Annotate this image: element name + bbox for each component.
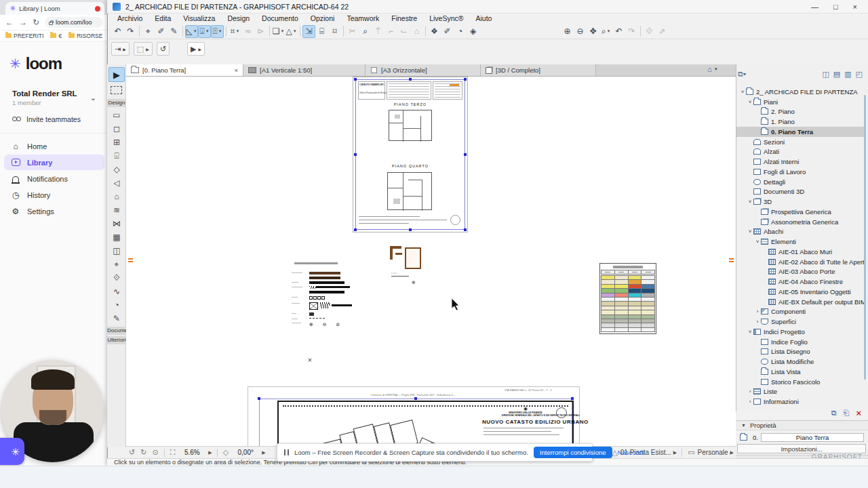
hide-banner-link[interactable]: Nascondi	[618, 449, 645, 456]
tree-item[interactable]: Storico Fascicolo	[736, 377, 864, 387]
tree-item[interactable]: ˅2_ ARCHICAD FILE DI PARTENZA	[736, 87, 864, 97]
tree-item[interactable]: ˅Indici Progetto	[736, 327, 864, 337]
view-tab-3[interactable]: [3D / Completo]	[481, 64, 596, 76]
menu-documento[interactable]: Documento	[256, 14, 304, 24]
bookmark-item[interactable]: PREFERITI	[5, 33, 43, 39]
menu-teamwork[interactable]: Teamwork	[341, 14, 384, 24]
design-tool-icon[interactable]: ⌻	[114, 149, 119, 163]
toolbar-icon[interactable]: ◔	[454, 25, 467, 38]
tree-item[interactable]: Dettagli	[736, 177, 864, 187]
forward-icon[interactable]: →	[19, 18, 27, 27]
tree-expander-icon[interactable]: ˅	[739, 89, 746, 95]
tree-item[interactable]: ›Liste	[736, 387, 864, 397]
tree-item[interactable]: Prospettiva Generica	[736, 207, 864, 217]
view-tab-1[interactable]: [A1 Verticale 1:50]	[243, 64, 366, 76]
tree-expander-icon[interactable]: ˅	[747, 228, 753, 235]
tree-item[interactable]: Sezioni	[736, 137, 864, 147]
toolbar-icon[interactable]: ⊕	[561, 25, 574, 38]
settings-button[interactable]: Impostazioni...	[737, 444, 866, 453]
toolbar-icon[interactable]: ≂	[241, 25, 254, 38]
design-tool-icon[interactable]: ∿	[113, 285, 120, 298]
toolbar-icon[interactable]: ⊖	[574, 25, 587, 38]
design-tool-icon[interactable]: ⊞	[113, 136, 120, 149]
tree-expander-icon[interactable]: ˅	[754, 239, 761, 245]
tree-item[interactable]: 0. Piano Terra	[736, 127, 864, 137]
tree-expander-icon[interactable]: ˅	[747, 329, 753, 335]
tree-item[interactable]: ˅Piani	[736, 97, 864, 107]
tree-expander-icon[interactable]: ˅	[747, 99, 753, 105]
tree-item[interactable]: ˅Abachi	[736, 227, 864, 237]
selection-handle[interactable]	[258, 397, 260, 400]
zoom-menu-arrow[interactable]: ▶	[208, 450, 212, 455]
tree-item[interactable]: Fogli di Lavoro	[736, 167, 864, 177]
toolbar-icon[interactable]: ✥	[587, 25, 599, 38]
toolbar-icon[interactable]: ⌗▼	[229, 25, 241, 38]
design-tool-icon[interactable]: ▭	[113, 108, 120, 122]
selection-handle[interactable]	[354, 228, 357, 231]
tree-item[interactable]: Lista Vista	[736, 367, 864, 377]
delete-icon[interactable]: ×	[856, 408, 861, 418]
tree-item[interactable]: ›Superfici	[736, 317, 864, 327]
design-tool-icon[interactable]: ⌖	[115, 258, 119, 271]
toolbar-icon[interactable]: ✎	[167, 25, 180, 38]
toolbar-icon[interactable]: ⍑	[372, 25, 384, 38]
tree-item[interactable]: Documenti 3D	[736, 187, 864, 197]
selection-handle[interactable]	[409, 228, 412, 231]
menu-visualizza[interactable]: Visualizza	[178, 14, 220, 24]
selection-handle[interactable]	[571, 397, 574, 400]
orientation-icon[interactable]: ◇	[223, 448, 229, 457]
tree-expander-icon[interactable]: ›	[747, 399, 753, 405]
rotate-tool-button[interactable]: ↺	[157, 42, 170, 56]
design-tool-icon[interactable]: ⋈	[113, 217, 121, 230]
story-name-field[interactable]: Piano Terra	[761, 433, 864, 442]
redo-view-icon[interactable]: ↻	[140, 448, 146, 457]
toolbar-icon[interactable]: ⌸	[315, 25, 328, 38]
address-bar[interactable]: loom.com/loo	[45, 17, 103, 28]
tree-item[interactable]: Alzati Interni	[736, 157, 864, 167]
clone-folder-icon[interactable]: ⧉	[831, 409, 837, 418]
legend-drawing[interactable]: ⊕ ⊖ ⊘	[292, 261, 354, 326]
bookmark-item[interactable]: €	[50, 33, 62, 39]
tree-item[interactable]: AIE-05 Inventario Oggetti	[736, 287, 864, 297]
tree-expander-icon[interactable]: ›	[747, 388, 753, 394]
tree-item[interactable]: Indice Foglio	[736, 337, 864, 347]
tree-item[interactable]: ˅Elementi	[736, 237, 864, 247]
menu-archivio[interactable]: Archivio	[112, 14, 148, 24]
tree-item[interactable]: 2. Piano	[736, 107, 864, 117]
minimize-button[interactable]: —	[811, 0, 818, 14]
menu-finestre[interactable]: Finestre	[386, 14, 422, 24]
layout-sheet-catasto[interactable]: CATASTO FABBRICATIUfficio Provinciale di…	[353, 77, 468, 232]
tree-item[interactable]: AIE-04 Abaco Finestre	[736, 277, 864, 287]
toolbar-icon[interactable]: ✂	[346, 25, 359, 38]
sidebar-item-home[interactable]: ⌂Home	[4, 138, 104, 154]
toolbar-icon[interactable]: ◺▼	[185, 25, 198, 38]
project-map-icon[interactable]: ⧉▾	[738, 70, 746, 79]
tab-close-icon[interactable]: ×	[235, 67, 238, 74]
angle-menu-arrow[interactable]: ▶	[262, 450, 265, 455]
toolbar-icon[interactable]: ↶	[111, 25, 124, 38]
browser-tab[interactable]: ✳ Library | Loom	[5, 2, 104, 15]
stop-sharing-button[interactable]: Interrompi condivisione	[534, 447, 612, 458]
tab-overview-button[interactable]: ⌂▼	[707, 65, 718, 73]
floorplan-fragment[interactable]: ıııı ⊕	[390, 246, 424, 288]
menu-edita[interactable]: Edita	[149, 14, 176, 24]
selection-handle[interactable]	[409, 78, 412, 81]
sidebar-item-library[interactable]: Library	[4, 155, 104, 170]
toolbar-icon[interactable]: ↶	[612, 25, 625, 38]
design-tool-icon[interactable]: ◫	[113, 244, 120, 258]
select-arrow-button[interactable]: ▶▶	[187, 42, 205, 56]
colored-schedule-table[interactable]	[599, 263, 656, 334]
selection-handle[interactable]	[464, 153, 467, 156]
toolbar-icon[interactable]: ⍐▼	[211, 25, 224, 38]
toolbar-icon[interactable]: ⇗	[656, 25, 669, 38]
selection-handle[interactable]	[464, 78, 467, 81]
toolbar-icon[interactable]: ⌑	[328, 25, 341, 38]
toolbar-icon[interactable]: ⌕	[359, 25, 372, 38]
toolbar-icon[interactable]: ✐	[441, 25, 454, 38]
toolbar-icon[interactable]: ◈	[467, 25, 479, 38]
view-tab-2[interactable]: [A3 Orizzontale]	[366, 64, 481, 76]
marquee-options-button[interactable]: ⬚▶	[134, 42, 153, 56]
marquee-tool-button[interactable]	[111, 86, 122, 94]
archicad-titlebar[interactable]: 2_ ARCHICAD FILE DI PARTENZA - GRAPHISOF…	[107, 0, 868, 14]
trace-marker-right[interactable]	[729, 258, 734, 260]
